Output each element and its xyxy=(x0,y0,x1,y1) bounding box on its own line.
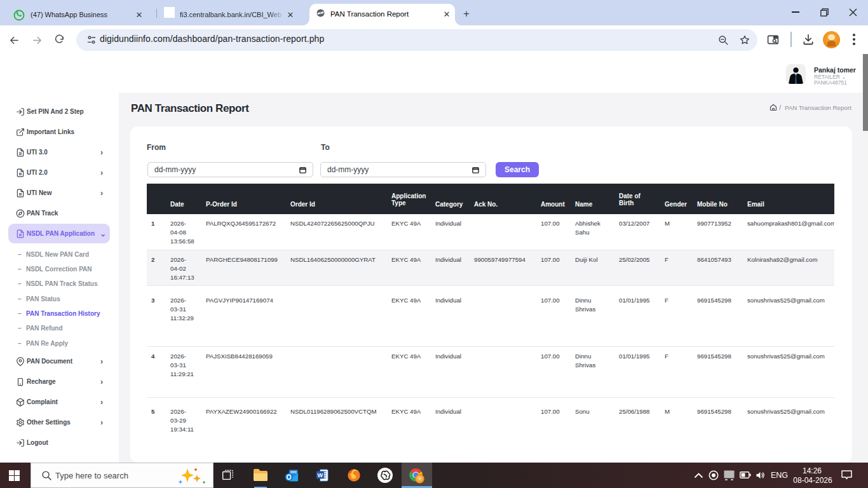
svg-text:W: W xyxy=(318,472,323,478)
